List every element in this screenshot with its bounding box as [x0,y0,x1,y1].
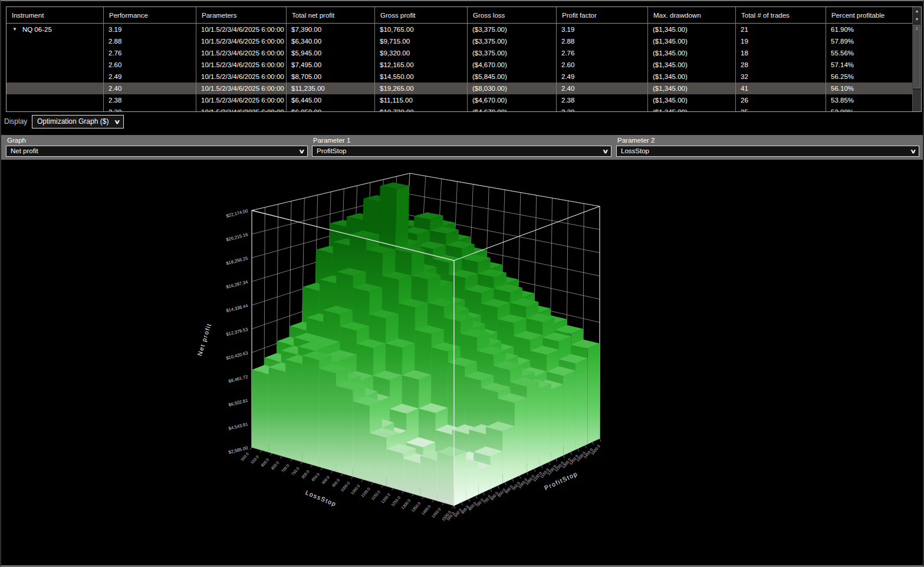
parameter2-dropdown-value: LossStop [621,147,649,154]
cell-trades: 28 [736,59,826,71]
parameter1-dropdown-value: ProfitStop [317,147,347,154]
lossstop-tick-label: 1200.0 [380,492,391,504]
lossstop-tick-label: 750.0 [291,466,300,476]
cell-gross_loss: ($4,670.00) [468,94,557,106]
scroll-up-button[interactable]: ▲ [913,7,921,15]
cell-parameters: 10/1.5/2/3/4/6/2025 6:00:00 [196,59,287,71]
cell-gross_profit: $11,115.00 [375,94,468,106]
y-axis-title: LossStop [304,489,337,507]
z-tick-label: $16,297.34 [226,279,249,290]
column-header[interactable]: Instrument [6,7,104,24]
column-header[interactable]: Parameters [196,7,287,24]
table-row[interactable]: 2.3810/1.5/2/3/4/6/2025 6:00:00$6,445.00… [6,94,912,106]
cell-gross_profit: $14,550.00 [375,71,468,83]
column-header[interactable]: Performance [104,7,196,24]
cell-gross_loss: ($5,845.00) [468,71,557,83]
scrollbar-grip [916,27,918,30]
cell-parameters: 10/1.5/2/3/4/6/2025 6:00:00 [196,24,287,35]
graph-controls-bar: Graph Net profit ∨ Parameter 1 ProfitSto… [1,135,923,160]
chevron-down-icon: ∨ [602,146,609,156]
cell-max_drawdown: ($1,345.00) [648,59,736,71]
table-row[interactable]: ▼NQ 06-253.1910/1.5/2/3/4/6/2025 6:00:00… [6,24,912,35]
column-header[interactable]: Gross profit [375,7,468,24]
lossstop-tick-label: 1150.0 [370,489,381,501]
display-dropdown[interactable]: Optimization Graph ($) ∨ [32,115,124,128]
cell-profit_factor: 2.60 [557,59,648,71]
cell-parameters: 10/1.5/2/3/4/6/2025 6:00:00 [196,94,287,106]
z-tick-label: $22,174.00 [226,208,249,219]
z-tick-label: $20,215.16 [226,232,249,242]
cell-total_net_profit: $5,945.00 [287,47,375,59]
cell-trades: 32 [736,71,826,83]
parameter1-dropdown[interactable]: ProfitStop ∨ [312,146,611,157]
column-header[interactable]: Profit factor [557,7,648,24]
cell-percent_profitable: 57.14% [826,59,912,71]
table-row[interactable]: 2.4010/1.5/2/3/4/6/2025 6:00:00$11,235.0… [6,83,912,94]
lossstop-tick-label: 500.0 [240,451,249,461]
cell-profit_factor: 2.88 [557,35,648,47]
table-row[interactable]: 2.6010/1.5/2/3/4/6/2025 6:00:00$7,495.00… [6,59,912,71]
cell-trades: 26 [736,94,826,106]
cell-gross_profit: $9,715.00 [375,35,468,47]
cell-gross_loss: ($3,375.00) [468,24,557,35]
lossstop-tick-label: 1000.0 [340,480,350,492]
expander-triangle-icon[interactable]: ▼ [12,24,17,35]
column-header[interactable]: Total # of trades [736,7,826,24]
optimization-results-table: InstrumentPerformanceParametersTotal net… [6,6,922,112]
cell-performance: 3.19 [104,24,196,35]
cell-parameters: 10/1.5/2/3/4/6/2025 6:00:00 [196,47,287,59]
cell-performance: 2.88 [104,35,196,47]
cell-gross_loss: ($8,030.00) [468,83,557,94]
cell-percent_profitable: 56.25% [826,71,912,83]
cell-performance: 2.38 [104,94,196,106]
cell-performance: 2.60 [104,59,196,71]
table-row[interactable]: 2.8810/1.5/2/3/4/6/2025 6:00:00$6,340.00… [6,35,912,47]
cell-performance: 2.49 [104,71,196,83]
cell-percent_profitable: 55.56% [826,47,912,59]
lossstop-tick-label: 1300.0 [400,498,411,510]
cell-percent_profitable: 56.10% [826,83,912,94]
cell-trades: 19 [736,35,826,47]
table-row[interactable]: 2.7610/1.5/2/3/4/6/2025 6:00:00$5,945.00… [6,47,912,59]
cell-max_drawdown: ($1,345.00) [648,94,736,106]
cell-profit_factor: 3.19 [557,24,648,35]
graph-dropdown-value: Net profit [11,147,38,154]
column-header[interactable]: Percent profitable [826,7,912,24]
cell-profit_factor: 2.49 [557,71,648,83]
column-header[interactable]: Total net profit [287,7,375,24]
graph-dropdown[interactable]: Net profit ∨ [6,146,308,157]
cell-gross_loss: ($3,375.00) [468,35,557,47]
optimization-surface-chart: $22,174.00$20,215.16$18,256.25$16,297.34… [2,160,923,566]
lossstop-tick-label: 1450.0 [430,507,441,519]
cell-parameters: 10/1.5/2/3/4/6/2025 6:00:00 [196,106,287,111]
cell-profit_factor: 2.40 [557,83,648,94]
column-header[interactable]: Gross loss [468,7,557,24]
table-scrollbar[interactable]: ▲ ▼ [912,7,921,111]
z-tick-label: $12,379.53 [226,327,249,337]
lossstop-tick-label: 950.0 [331,477,340,487]
lossstop-tick-label: 850.0 [311,472,320,482]
cell-trades: 21 [736,24,826,35]
cell-profit_factor: 2.76 [557,47,648,59]
display-dropdown-value: Optimization Graph ($) [37,117,108,126]
cell-percent_profitable: 61.90% [826,24,912,35]
z-axis-title: Net profit [196,322,212,357]
z-tick-label: $10,420.63 [226,350,249,361]
table-row[interactable]: 2.4910/1.5/2/3/4/6/2025 6:00:00$8,705.00… [6,71,912,83]
column-header[interactable]: Max. drawdown [648,7,736,24]
cell-parameters: 10/1.5/2/3/4/6/2025 6:00:00 [196,83,287,94]
scroll-down-button[interactable]: ▼ [913,15,921,24]
cell-max_drawdown: ($1,345.00) [648,47,736,59]
scrollbar-thumb[interactable] [913,25,920,88]
cell-max_drawdown: ($1,345.00) [648,106,736,111]
cell-gross_loss: ($3,375.00) [468,47,557,59]
table-row[interactable]: 2.3010/1.5/2/3/4/6/2025 6:00:00$6,050.00… [6,106,912,111]
cell-max_drawdown: ($1,345.00) [648,71,736,83]
scrollbar-track[interactable] [913,90,921,111]
lossstop-tick-label: 800.0 [301,469,310,479]
z-tick-label: $18,256.25 [226,256,249,266]
cell-profit_factor: 2.38 [557,94,648,106]
cell-performance: 2.40 [104,83,196,94]
parameter2-dropdown[interactable]: LossStop ∨ [616,146,919,157]
lossstop-tick-label: 550.0 [250,454,259,464]
